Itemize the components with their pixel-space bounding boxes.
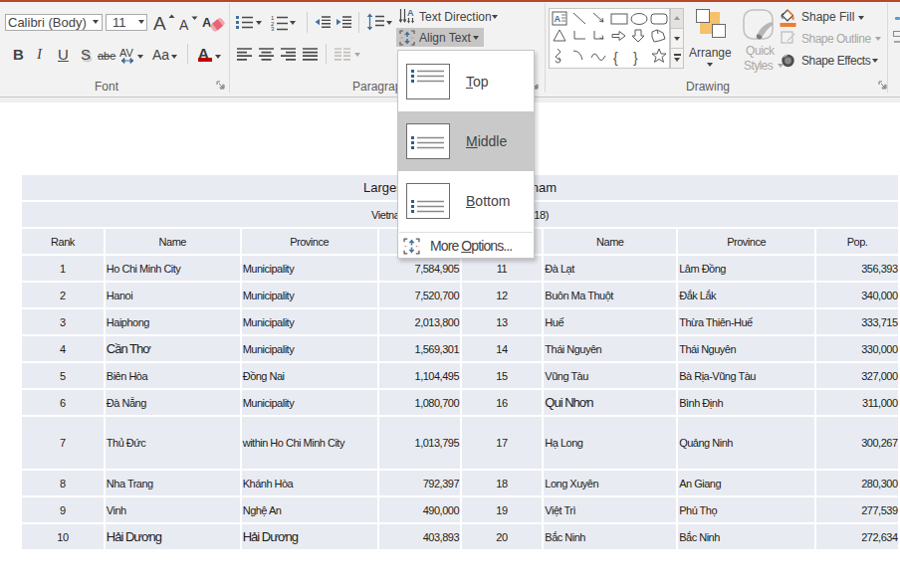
svg-text:A: A — [202, 15, 212, 30]
svg-text:3: 3 — [271, 26, 275, 31]
svg-text:A: A — [179, 17, 189, 32]
svg-text:A: A — [407, 8, 414, 18]
svg-text:{: { — [613, 50, 618, 66]
svg-text:A: A — [153, 13, 166, 32]
svg-text:A: A — [555, 14, 562, 24]
svg-text:}: } — [633, 50, 638, 66]
svg-text:AV: AV — [119, 47, 134, 59]
